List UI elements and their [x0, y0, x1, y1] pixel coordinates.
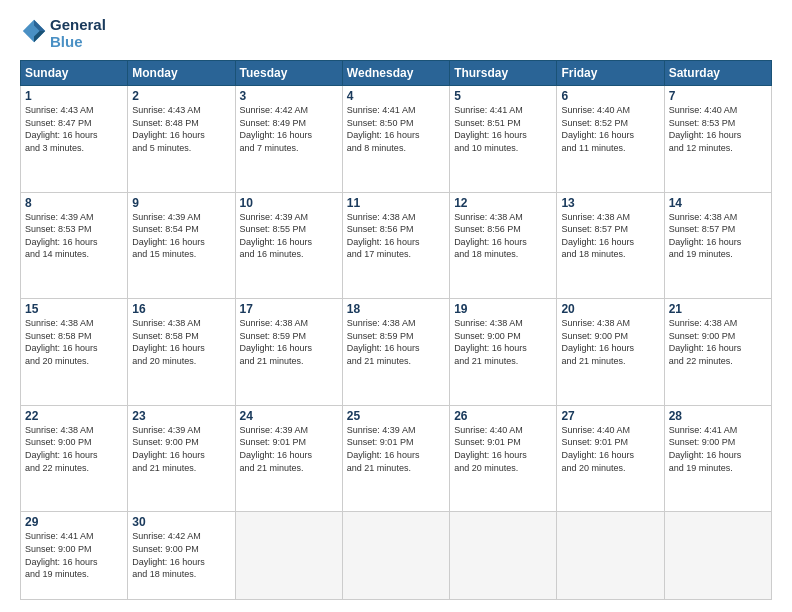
day-number: 15: [25, 302, 123, 316]
calendar-cell: 10Sunrise: 4:39 AM Sunset: 8:55 PM Dayli…: [235, 192, 342, 299]
calendar-cell: 14Sunrise: 4:38 AM Sunset: 8:57 PM Dayli…: [664, 192, 771, 299]
calendar-cell: 11Sunrise: 4:38 AM Sunset: 8:56 PM Dayli…: [342, 192, 449, 299]
calendar-cell: 8Sunrise: 4:39 AM Sunset: 8:53 PM Daylig…: [21, 192, 128, 299]
calendar-cell: 18Sunrise: 4:38 AM Sunset: 8:59 PM Dayli…: [342, 299, 449, 406]
day-number: 11: [347, 196, 445, 210]
calendar-cell: 7Sunrise: 4:40 AM Sunset: 8:53 PM Daylig…: [664, 86, 771, 193]
day-header-friday: Friday: [557, 61, 664, 86]
day-number: 1: [25, 89, 123, 103]
day-info: Sunrise: 4:39 AM Sunset: 8:55 PM Dayligh…: [240, 211, 338, 261]
day-number: 5: [454, 89, 552, 103]
day-header-saturday: Saturday: [664, 61, 771, 86]
calendar-cell: 28Sunrise: 4:41 AM Sunset: 9:00 PM Dayli…: [664, 405, 771, 512]
calendar-cell: 23Sunrise: 4:39 AM Sunset: 9:00 PM Dayli…: [128, 405, 235, 512]
calendar-cell: 16Sunrise: 4:38 AM Sunset: 8:58 PM Dayli…: [128, 299, 235, 406]
calendar-week-5: 29Sunrise: 4:41 AM Sunset: 9:00 PM Dayli…: [21, 512, 772, 600]
calendar-cell: 22Sunrise: 4:38 AM Sunset: 9:00 PM Dayli…: [21, 405, 128, 512]
day-number: 12: [454, 196, 552, 210]
day-header-sunday: Sunday: [21, 61, 128, 86]
calendar-cell: 19Sunrise: 4:38 AM Sunset: 9:00 PM Dayli…: [450, 299, 557, 406]
calendar-cell: 9Sunrise: 4:39 AM Sunset: 8:54 PM Daylig…: [128, 192, 235, 299]
day-number: 3: [240, 89, 338, 103]
day-number: 23: [132, 409, 230, 423]
day-number: 10: [240, 196, 338, 210]
calendar-cell: 6Sunrise: 4:40 AM Sunset: 8:52 PM Daylig…: [557, 86, 664, 193]
day-info: Sunrise: 4:39 AM Sunset: 8:53 PM Dayligh…: [25, 211, 123, 261]
page: General Blue SundayMondayTuesdayWednesda…: [0, 0, 792, 612]
day-header-tuesday: Tuesday: [235, 61, 342, 86]
calendar-week-1: 1Sunrise: 4:43 AM Sunset: 8:47 PM Daylig…: [21, 86, 772, 193]
calendar-cell: [235, 512, 342, 600]
day-number: 13: [561, 196, 659, 210]
day-info: Sunrise: 4:38 AM Sunset: 8:58 PM Dayligh…: [132, 317, 230, 367]
day-header-monday: Monday: [128, 61, 235, 86]
calendar-cell: 2Sunrise: 4:43 AM Sunset: 8:48 PM Daylig…: [128, 86, 235, 193]
calendar-cell: [450, 512, 557, 600]
logo-icon: [20, 17, 48, 45]
day-number: 7: [669, 89, 767, 103]
calendar-cell: 1Sunrise: 4:43 AM Sunset: 8:47 PM Daylig…: [21, 86, 128, 193]
day-info: Sunrise: 4:38 AM Sunset: 8:57 PM Dayligh…: [561, 211, 659, 261]
day-info: Sunrise: 4:39 AM Sunset: 8:54 PM Dayligh…: [132, 211, 230, 261]
calendar-cell: 15Sunrise: 4:38 AM Sunset: 8:58 PM Dayli…: [21, 299, 128, 406]
day-number: 24: [240, 409, 338, 423]
day-info: Sunrise: 4:40 AM Sunset: 8:52 PM Dayligh…: [561, 104, 659, 154]
calendar-cell: 26Sunrise: 4:40 AM Sunset: 9:01 PM Dayli…: [450, 405, 557, 512]
day-info: Sunrise: 4:39 AM Sunset: 9:01 PM Dayligh…: [347, 424, 445, 474]
day-info: Sunrise: 4:39 AM Sunset: 9:00 PM Dayligh…: [132, 424, 230, 474]
day-info: Sunrise: 4:42 AM Sunset: 8:49 PM Dayligh…: [240, 104, 338, 154]
day-number: 30: [132, 515, 230, 529]
day-info: Sunrise: 4:38 AM Sunset: 9:00 PM Dayligh…: [561, 317, 659, 367]
day-number: 14: [669, 196, 767, 210]
calendar-cell: 21Sunrise: 4:38 AM Sunset: 9:00 PM Dayli…: [664, 299, 771, 406]
day-info: Sunrise: 4:40 AM Sunset: 8:53 PM Dayligh…: [669, 104, 767, 154]
day-info: Sunrise: 4:38 AM Sunset: 9:00 PM Dayligh…: [25, 424, 123, 474]
calendar-cell: [342, 512, 449, 600]
calendar-cell: 20Sunrise: 4:38 AM Sunset: 9:00 PM Dayli…: [557, 299, 664, 406]
day-info: Sunrise: 4:41 AM Sunset: 9:00 PM Dayligh…: [25, 530, 123, 580]
calendar-cell: 30Sunrise: 4:42 AM Sunset: 9:00 PM Dayli…: [128, 512, 235, 600]
day-info: Sunrise: 4:41 AM Sunset: 8:51 PM Dayligh…: [454, 104, 552, 154]
calendar-cell: 29Sunrise: 4:41 AM Sunset: 9:00 PM Dayli…: [21, 512, 128, 600]
calendar-cell: 17Sunrise: 4:38 AM Sunset: 8:59 PM Dayli…: [235, 299, 342, 406]
header: General Blue: [20, 16, 772, 50]
day-info: Sunrise: 4:38 AM Sunset: 8:57 PM Dayligh…: [669, 211, 767, 261]
day-number: 20: [561, 302, 659, 316]
day-number: 17: [240, 302, 338, 316]
day-number: 27: [561, 409, 659, 423]
day-number: 21: [669, 302, 767, 316]
day-info: Sunrise: 4:41 AM Sunset: 9:00 PM Dayligh…: [669, 424, 767, 474]
calendar-header-row: SundayMondayTuesdayWednesdayThursdayFrid…: [21, 61, 772, 86]
day-number: 19: [454, 302, 552, 316]
day-info: Sunrise: 4:40 AM Sunset: 9:01 PM Dayligh…: [454, 424, 552, 474]
day-info: Sunrise: 4:38 AM Sunset: 8:59 PM Dayligh…: [347, 317, 445, 367]
day-info: Sunrise: 4:38 AM Sunset: 8:56 PM Dayligh…: [454, 211, 552, 261]
calendar-week-4: 22Sunrise: 4:38 AM Sunset: 9:00 PM Dayli…: [21, 405, 772, 512]
day-header-wednesday: Wednesday: [342, 61, 449, 86]
day-number: 28: [669, 409, 767, 423]
day-info: Sunrise: 4:38 AM Sunset: 8:56 PM Dayligh…: [347, 211, 445, 261]
calendar-cell: 25Sunrise: 4:39 AM Sunset: 9:01 PM Dayli…: [342, 405, 449, 512]
logo-text: General Blue: [50, 16, 106, 50]
calendar-cell: 5Sunrise: 4:41 AM Sunset: 8:51 PM Daylig…: [450, 86, 557, 193]
day-info: Sunrise: 4:38 AM Sunset: 9:00 PM Dayligh…: [454, 317, 552, 367]
day-info: Sunrise: 4:38 AM Sunset: 9:00 PM Dayligh…: [669, 317, 767, 367]
calendar-cell: [664, 512, 771, 600]
day-number: 29: [25, 515, 123, 529]
calendar-cell: 13Sunrise: 4:38 AM Sunset: 8:57 PM Dayli…: [557, 192, 664, 299]
day-info: Sunrise: 4:42 AM Sunset: 9:00 PM Dayligh…: [132, 530, 230, 580]
calendar-cell: 27Sunrise: 4:40 AM Sunset: 9:01 PM Dayli…: [557, 405, 664, 512]
day-info: Sunrise: 4:40 AM Sunset: 9:01 PM Dayligh…: [561, 424, 659, 474]
day-info: Sunrise: 4:43 AM Sunset: 8:48 PM Dayligh…: [132, 104, 230, 154]
calendar-cell: 12Sunrise: 4:38 AM Sunset: 8:56 PM Dayli…: [450, 192, 557, 299]
day-number: 6: [561, 89, 659, 103]
day-info: Sunrise: 4:43 AM Sunset: 8:47 PM Dayligh…: [25, 104, 123, 154]
calendar-week-3: 15Sunrise: 4:38 AM Sunset: 8:58 PM Dayli…: [21, 299, 772, 406]
calendar-table: SundayMondayTuesdayWednesdayThursdayFrid…: [20, 60, 772, 600]
day-info: Sunrise: 4:41 AM Sunset: 8:50 PM Dayligh…: [347, 104, 445, 154]
day-number: 18: [347, 302, 445, 316]
calendar-week-2: 8Sunrise: 4:39 AM Sunset: 8:53 PM Daylig…: [21, 192, 772, 299]
day-info: Sunrise: 4:38 AM Sunset: 8:59 PM Dayligh…: [240, 317, 338, 367]
day-number: 16: [132, 302, 230, 316]
calendar-cell: 24Sunrise: 4:39 AM Sunset: 9:01 PM Dayli…: [235, 405, 342, 512]
